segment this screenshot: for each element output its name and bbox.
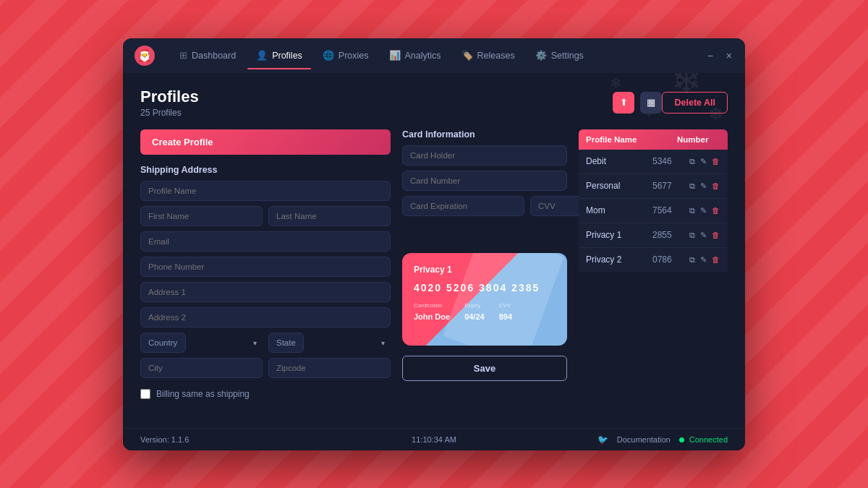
cvv-value: 894	[499, 312, 512, 321]
expiry-value: 04/24	[464, 312, 485, 321]
tab-proxies[interactable]: 🌐 Proxies	[314, 46, 378, 65]
profile-row-4: Privacy 2 0786 ⧉ ✎ 🗑	[579, 248, 728, 272]
address1-input[interactable]	[140, 282, 391, 302]
delete-all-button[interactable]: Delete All	[662, 92, 728, 114]
footer-right: 🐦 Documentation Connected	[532, 435, 728, 445]
delete-btn-4[interactable]: 🗑	[711, 254, 720, 265]
edit-btn-1[interactable]: ✎	[699, 181, 707, 192]
edit-btn-2[interactable]: ✎	[699, 205, 707, 216]
city-input[interactable]	[140, 358, 263, 378]
save-button[interactable]: Save	[402, 356, 567, 381]
delete-btn-3[interactable]: 🗑	[711, 230, 720, 241]
state-wrapper: State	[268, 333, 391, 353]
profile-number-2: 7564	[652, 205, 689, 215]
main-content: Profiles 25 Profiles ⬆ ▦ Delete All Crea…	[123, 73, 745, 428]
first-name-input[interactable]	[140, 206, 263, 226]
grid-button[interactable]: ▦	[640, 92, 662, 114]
tab-dashboard[interactable]: ⊞ Dashboard	[171, 46, 244, 65]
profile-number-0: 5346	[652, 156, 689, 166]
card-cardholder-field: Cardholder John Doe	[414, 302, 450, 322]
copy-btn-2[interactable]: ⧉	[689, 205, 696, 216]
edit-btn-4[interactable]: ✎	[699, 254, 707, 265]
profile-actions-4: ⧉ ✎ 🗑	[689, 254, 720, 265]
phone-row	[140, 257, 391, 277]
proxies-icon: 🌐	[323, 50, 334, 61]
edit-btn-3[interactable]: ✎	[699, 230, 707, 241]
city-zip-row	[140, 358, 391, 378]
country-state-row: Country State	[140, 333, 391, 353]
profile-name-0: Debit	[586, 156, 652, 166]
profile-row-0: Debit 5346 ⧉ ✎ 🗑	[579, 150, 728, 174]
card-info-section	[402, 145, 567, 221]
address1-row	[140, 282, 391, 302]
tab-analytics[interactable]: 📊 Analytics	[380, 46, 450, 65]
email-row	[140, 231, 391, 252]
country-select[interactable]: Country	[140, 333, 186, 353]
copy-btn-3[interactable]: ⧉	[689, 230, 696, 241]
connected-dot	[679, 437, 684, 442]
card-expiry-field: Expiry 04/24	[464, 302, 485, 322]
address2-row	[140, 307, 391, 328]
profile-number-3: 2855	[652, 230, 689, 240]
email-input[interactable]	[140, 231, 391, 252]
expiry-label: Expiry	[464, 302, 485, 309]
tab-profiles[interactable]: 👤 Profiles	[247, 46, 311, 65]
copy-btn-4[interactable]: ⧉	[689, 254, 696, 265]
settings-icon: ⚙️	[535, 50, 547, 61]
card-cvv-field: CVV 894	[499, 302, 512, 322]
delete-btn-2[interactable]: 🗑	[711, 205, 720, 216]
country-wrapper: Country	[140, 333, 263, 353]
version-label: Version: 1.1.6	[140, 435, 336, 444]
svg-text:🎅: 🎅	[137, 48, 152, 62]
col-number-header: Number	[677, 135, 720, 144]
profiles-icon: 👤	[256, 50, 268, 61]
zipcode-input[interactable]	[268, 358, 391, 378]
edit-btn-0[interactable]: ✎	[699, 156, 707, 167]
minimize-button[interactable]: −	[705, 48, 716, 63]
tab-releases[interactable]: 🏷️ Releases	[453, 46, 524, 65]
nav-tabs: ⊞ Dashboard 👤 Profiles 🌐 Proxies 📊 Analy…	[171, 46, 705, 65]
create-profile-button[interactable]: Create Profile	[140, 129, 391, 155]
tab-releases-label: Releases	[477, 51, 515, 61]
copy-btn-1[interactable]: ⧉	[689, 181, 696, 192]
tab-settings[interactable]: ⚙️ Settings	[527, 46, 592, 65]
phone-input[interactable]	[140, 257, 391, 277]
state-select[interactable]: State	[268, 333, 304, 353]
upload-button[interactable]: ⬆	[613, 92, 634, 114]
profile-actions-3: ⧉ ✎ 🗑	[689, 230, 720, 241]
connected-text: Connected	[689, 435, 728, 444]
profile-name-4: Privacy 2	[586, 254, 652, 265]
cardnumber-input[interactable]	[402, 171, 567, 191]
left-panel: Create Profile Shipping Address	[140, 129, 391, 418]
dashboard-icon: ⊞	[179, 50, 187, 61]
last-name-input[interactable]	[268, 206, 391, 226]
twitter-icon[interactable]: 🐦	[597, 435, 608, 445]
cardholder-input[interactable]	[402, 145, 567, 166]
app-logo: 🎅	[133, 44, 156, 67]
cardholder-value: John Doe	[414, 312, 450, 321]
delete-btn-1[interactable]: 🗑	[711, 181, 720, 192]
close-button[interactable]: ×	[723, 48, 735, 63]
expiry-input[interactable]	[402, 196, 524, 216]
billing-checkbox[interactable]	[140, 389, 150, 399]
app-window: ❄ ❄ ❄ ❄ 🎅 ⊞ Dashboard 👤 Profiles 🌐 Proxi…	[123, 38, 745, 450]
card-visual-bottom: Cardholder John Doe Expiry 04/24 CVV 894	[414, 302, 556, 322]
right-panel: Profile Name Number Debit 5346 ⧉ ✎ 🗑 Per…	[579, 129, 728, 418]
time-label: 11:10:34 AM	[336, 435, 532, 444]
profile-name-input[interactable]	[140, 181, 391, 201]
address2-input[interactable]	[140, 307, 391, 328]
tab-settings-label: Settings	[551, 51, 584, 61]
shipping-section-title: Shipping Address	[140, 165, 391, 175]
profile-actions-0: ⧉ ✎ 🗑	[689, 156, 720, 167]
profile-name-3: Privacy 1	[586, 230, 652, 240]
profile-row-2: Mom 7564 ⧉ ✎ 🗑	[579, 199, 728, 223]
delete-btn-0[interactable]: 🗑	[711, 156, 720, 167]
title-bar: 🎅 ⊞ Dashboard 👤 Profiles 🌐 Proxies 📊 Ana…	[123, 38, 745, 73]
tab-dashboard-label: Dashboard	[192, 51, 236, 61]
documentation-link[interactable]: Documentation	[617, 435, 671, 444]
releases-icon: 🏷️	[461, 50, 473, 61]
copy-btn-0[interactable]: ⧉	[689, 156, 696, 167]
profile-number-4: 0786	[652, 254, 689, 265]
cvv-label: CVV	[499, 302, 512, 309]
footer: Version: 1.1.6 11:10:34 AM 🐦 Documentati…	[123, 428, 745, 450]
